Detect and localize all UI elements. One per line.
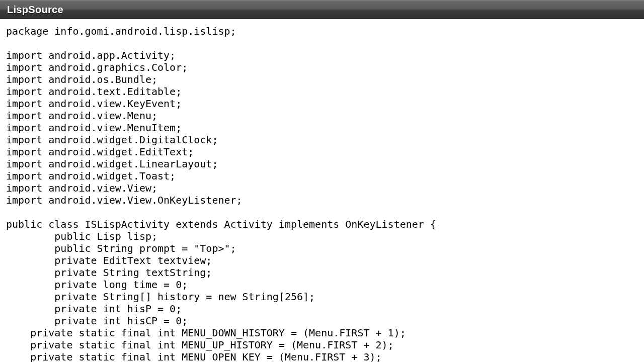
source-code: package info.gomi.android.lisp.islisp; i… — [6, 25, 638, 362]
source-viewer[interactable]: package info.gomi.android.lisp.islisp; i… — [0, 19, 644, 362]
title-bar: LispSource — [0, 0, 644, 19]
title-bar-text: LispSource — [7, 4, 63, 16]
